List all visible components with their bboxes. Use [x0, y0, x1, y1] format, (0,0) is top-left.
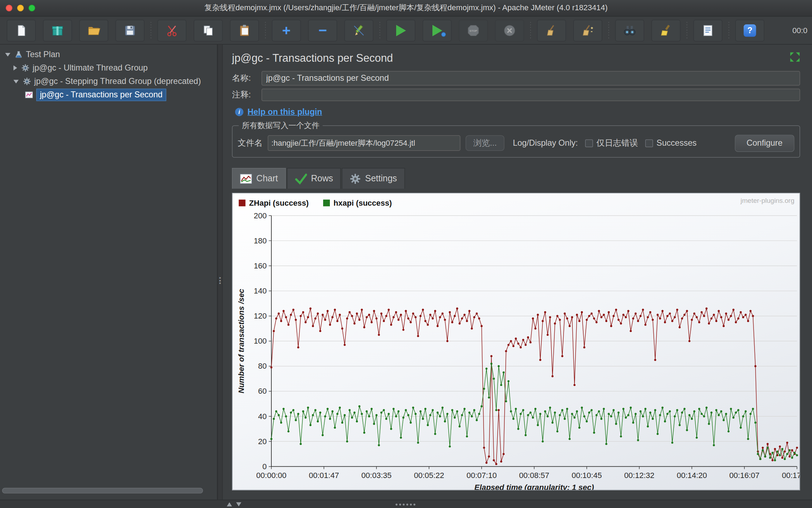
function-helper-icon: [701, 24, 715, 37]
copy-icon: [202, 24, 215, 37]
svg-text:00:10:45: 00:10:45: [572, 471, 602, 480]
splitter-grip-icon: •••: [219, 277, 221, 285]
tab-label: Chart: [256, 174, 278, 184]
svg-text:Number of transactions /sec: Number of transactions /sec: [237, 289, 246, 393]
log-panel-divider[interactable]: ••••••: [0, 500, 812, 508]
elapsed-timer: 00:0: [792, 26, 812, 35]
svg-text:100: 100: [254, 337, 267, 345]
disclosure-expanded-icon[interactable]: [13, 80, 19, 83]
start-icon: [396, 25, 406, 36]
svg-text:0: 0: [262, 462, 266, 471]
browse-button[interactable]: 浏览...: [466, 135, 505, 151]
vertical-splitter[interactable]: •••: [217, 44, 223, 500]
clear-all-button[interactable]: [573, 19, 602, 41]
tree-scrollbar-thumb[interactable]: [2, 488, 203, 494]
successes-label: Successes: [657, 138, 697, 147]
selected-tree-item-label: jp@gc - Transactions per Second: [36, 89, 166, 101]
templates-icon: [51, 24, 64, 37]
clear-button[interactable]: [537, 19, 566, 41]
save-button[interactable]: [116, 19, 144, 41]
start-no-pauses-button[interactable]: [423, 19, 451, 41]
tree-item-ultimate-thread-group[interactable]: jp@gc - Ultimate Thread Group: [0, 61, 217, 74]
search-reset-button[interactable]: [651, 19, 680, 41]
name-field-label: 名称:: [232, 73, 262, 84]
binoculars-icon: [623, 24, 636, 37]
name-input[interactable]: [262, 71, 800, 85]
clear-broom-icon: [545, 24, 558, 37]
tab-label: Settings: [365, 174, 397, 184]
cut-icon: [165, 24, 179, 37]
filename-label: 文件名: [238, 138, 263, 149]
cut-button[interactable]: [158, 19, 186, 41]
svg-text:20: 20: [258, 437, 267, 446]
expand-all-button[interactable]: +: [272, 19, 301, 41]
shutdown-button: [495, 19, 524, 41]
toolbar-separator: [380, 22, 380, 39]
filename-input[interactable]: [268, 135, 461, 151]
tree-item-test-plan[interactable]: Test Plan: [0, 48, 217, 61]
svg-text:00:05:22: 00:05:22: [414, 471, 444, 480]
disclosure-expanded-icon[interactable]: [5, 53, 11, 56]
svg-text:00:07:10: 00:07:10: [467, 471, 497, 480]
copy-button[interactable]: [194, 19, 223, 41]
svg-text:80: 80: [258, 362, 267, 370]
help-plugin-link[interactable]: Help on this plugin: [247, 107, 322, 116]
comment-input[interactable]: [262, 89, 800, 101]
titlebar: 复杂线程demojmx.jmx (/Users/zhangjie/工作/百融/j…: [0, 0, 812, 17]
app-window: 复杂线程demojmx.jmx (/Users/zhangjie/工作/百融/j…: [0, 0, 812, 508]
help-button[interactable]: ?: [736, 19, 764, 41]
tps-chart-panel: jmeter-plugins.org ZHapi (success) hxapi…: [232, 193, 800, 490]
svg-text:180: 180: [254, 236, 267, 245]
minus-icon: −: [318, 23, 327, 37]
svg-text:Elapsed time (granularity: 1 s: Elapsed time (granularity: 1 sec): [474, 483, 594, 490]
errors-only-checkbox[interactable]: [585, 139, 593, 147]
toolbar-separator: [530, 22, 531, 39]
toolbar-separator: [609, 22, 609, 39]
divider-expand-up-icon[interactable]: [227, 502, 232, 507]
new-button[interactable]: [7, 19, 36, 41]
templates-button[interactable]: [43, 19, 72, 41]
badge-icon: [441, 32, 446, 36]
tab-rows[interactable]: Rows: [287, 168, 341, 189]
editor-panel: jp@gc - Transactions per Second 名称: 注释: …: [223, 44, 812, 500]
disclosure-collapsed-icon[interactable]: [13, 65, 17, 71]
toolbar-separator: [728, 22, 729, 39]
toolbar-separator: [265, 22, 265, 39]
configure-button[interactable]: Configure: [735, 134, 795, 151]
tree-item-stepping-thread-group[interactable]: jp@gc - Stepping Thread Group (deprecate…: [0, 75, 217, 88]
open-folder-icon: [87, 24, 100, 37]
tab-settings[interactable]: Settings: [342, 168, 405, 189]
plus-icon: +: [282, 23, 291, 37]
search-button[interactable]: [615, 19, 644, 41]
paste-button[interactable]: [230, 19, 259, 41]
function-helper-button[interactable]: [694, 19, 722, 41]
svg-text:00:16:07: 00:16:07: [729, 471, 759, 480]
toggle-pencil-icon: [352, 24, 365, 37]
tab-label: Rows: [311, 174, 333, 184]
divider-collapse-down-icon[interactable]: [236, 502, 241, 507]
tab-chart[interactable]: Chart: [232, 168, 285, 189]
svg-text:40: 40: [258, 412, 267, 421]
successes-checkbox[interactable]: [645, 139, 653, 147]
listener-chart-icon: [25, 91, 33, 99]
open-button[interactable]: [79, 19, 108, 41]
svg-text:60: 60: [258, 387, 267, 395]
svg-text:200: 200: [254, 211, 267, 220]
chart-tab-icon: [240, 174, 252, 184]
shutdown-icon: [503, 24, 516, 37]
save-icon: [123, 24, 137, 37]
toggle-button[interactable]: [344, 19, 373, 41]
collapse-all-button[interactable]: −: [308, 19, 337, 41]
maximize-panel-icon[interactable]: [790, 52, 800, 62]
test-plan-tree: Test Plan jp@gc - Ultimate Thread Group …: [0, 44, 217, 500]
gear-icon: [350, 173, 361, 184]
start-button[interactable]: [386, 19, 415, 41]
svg-text:00:08:57: 00:08:57: [519, 471, 549, 480]
svg-text:00:03:35: 00:03:35: [361, 471, 392, 480]
tree-item-label: Test Plan: [26, 50, 60, 59]
tree-horizontal-scrollbar[interactable]: [2, 488, 214, 495]
stop-button: STOP: [459, 19, 488, 41]
info-icon: i: [235, 108, 244, 116]
tree-item-transactions-per-second[interactable]: jp@gc - Transactions per Second: [0, 88, 217, 102]
svg-text:00:14:20: 00:14:20: [677, 471, 707, 480]
